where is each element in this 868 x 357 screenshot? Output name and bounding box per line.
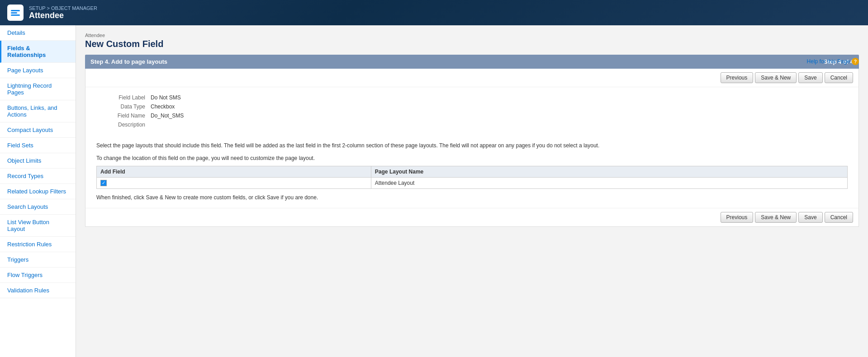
table-row: ✓Attendee Layout — [97, 178, 848, 189]
description-text: Select the page layouts that should incl… — [85, 138, 859, 153]
header-text: SETUP > OBJECT MANAGER Attendee — [29, 5, 97, 20]
main-content: Help for this Page ? Attendee New Custom… — [76, 25, 868, 357]
field-label-value: Do Not SMS — [151, 94, 181, 101]
page-title: New Custom Field — [85, 39, 859, 49]
sidebar-item-page-layouts[interactable]: Page Layouts — [0, 63, 76, 78]
help-link-area[interactable]: Help for this Page ? — [807, 58, 859, 65]
data-type-value: Checkbox — [151, 103, 175, 110]
header-breadcrumb: SETUP > OBJECT MANAGER — [29, 5, 97, 11]
checkmark-icon: ✓ — [102, 181, 105, 185]
change-text: To change the location of this field on … — [85, 153, 859, 166]
data-type-key: Data Type — [96, 103, 151, 110]
help-link-text[interactable]: Help for this Page — [807, 58, 850, 65]
sidebar-item-lightning-record-pages[interactable]: Lightning Record Pages — [0, 78, 76, 100]
page-layout-table: Add Field Page Layout Name ✓Attendee Lay… — [96, 166, 848, 189]
previous-button-bottom[interactable]: Previous — [721, 212, 754, 223]
sidebar-item-list-view-button-layout[interactable]: List View Button Layout — [0, 215, 76, 237]
field-name-value: Do_Not_SMS — [151, 113, 184, 119]
data-type-row: Data Type Checkbox — [96, 103, 848, 110]
description-row: Description — [96, 122, 848, 128]
sidebar-item-fields-relationships[interactable]: Fields & Relationships — [0, 41, 76, 63]
table-header-row: Add Field Page Layout Name — [97, 166, 848, 178]
save-button-top[interactable]: Save — [798, 72, 822, 83]
sidebar-item-search-layouts[interactable]: Search Layouts — [0, 199, 76, 215]
field-label-key: Field Label — [96, 94, 151, 101]
sidebar-item-validation-rules[interactable]: Validation Rules — [0, 283, 76, 298]
main-layout: Details Fields & Relationships Page Layo… — [0, 25, 868, 357]
layout-name-cell: Attendee Layout — [371, 178, 847, 189]
logo-icon — [11, 10, 20, 16]
content-box: Previous Save & New Save Cancel Field La… — [85, 69, 859, 227]
finished-text: When finished, click Save & New to creat… — [85, 189, 859, 204]
col-add-field: Add Field — [97, 166, 371, 178]
save-new-button-top[interactable]: Save & New — [755, 72, 797, 83]
header-title: Attendee — [29, 11, 97, 20]
previous-button-top[interactable]: Previous — [721, 72, 754, 83]
checkbox-checked[interactable]: ✓ — [100, 180, 107, 186]
help-icon: ? — [852, 58, 859, 65]
checkbox-cell[interactable]: ✓ — [100, 180, 367, 186]
sidebar-item-object-limits[interactable]: Object Limits — [0, 153, 76, 169]
sidebar-item-flow-triggers[interactable]: Flow Triggers — [0, 268, 76, 283]
save-new-button-bottom[interactable]: Save & New — [755, 212, 797, 223]
sidebar-item-field-sets[interactable]: Field Sets — [0, 138, 76, 153]
field-label-row: Field Label Do Not SMS — [96, 94, 848, 101]
sidebar-item-restriction-rules[interactable]: Restriction Rules — [0, 237, 76, 252]
header: SETUP > OBJECT MANAGER Attendee — [0, 0, 868, 25]
top-button-bar: Previous Save & New Save Cancel — [85, 69, 859, 87]
sidebar-item-compact-layouts[interactable]: Compact Layouts — [0, 122, 76, 138]
cancel-button-top[interactable]: Cancel — [825, 72, 853, 83]
save-button-bottom[interactable]: Save — [798, 212, 822, 223]
sidebar-item-triggers[interactable]: Triggers — [0, 252, 76, 268]
field-name-row: Field Name Do_Not_SMS — [96, 113, 848, 119]
step-bar: Step 4. Add to page layouts Step 4 of 4 — [85, 55, 859, 69]
logo — [7, 5, 24, 21]
step-label: Step 4. Add to page layouts — [90, 58, 167, 65]
bottom-button-bar: Previous Save & New Save Cancel — [85, 208, 859, 226]
description-key: Description — [96, 122, 151, 128]
sidebar-item-buttons-links-actions[interactable]: Buttons, Links, and Actions — [0, 100, 76, 122]
sidebar-item-related-lookup-filters[interactable]: Related Lookup Filters — [0, 184, 76, 199]
field-info-section: Field Label Do Not SMS Data Type Checkbo… — [85, 87, 859, 138]
sidebar-item-record-types[interactable]: Record Types — [0, 169, 76, 184]
page-breadcrumb: Attendee — [85, 33, 859, 38]
cancel-button-bottom[interactable]: Cancel — [825, 212, 853, 223]
col-layout-name: Page Layout Name — [371, 166, 847, 178]
field-name-key: Field Name — [96, 113, 151, 119]
sidebar-item-details[interactable]: Details — [0, 25, 76, 41]
sidebar: Details Fields & Relationships Page Layo… — [0, 25, 76, 357]
add-field-cell[interactable]: ✓ — [97, 178, 371, 189]
